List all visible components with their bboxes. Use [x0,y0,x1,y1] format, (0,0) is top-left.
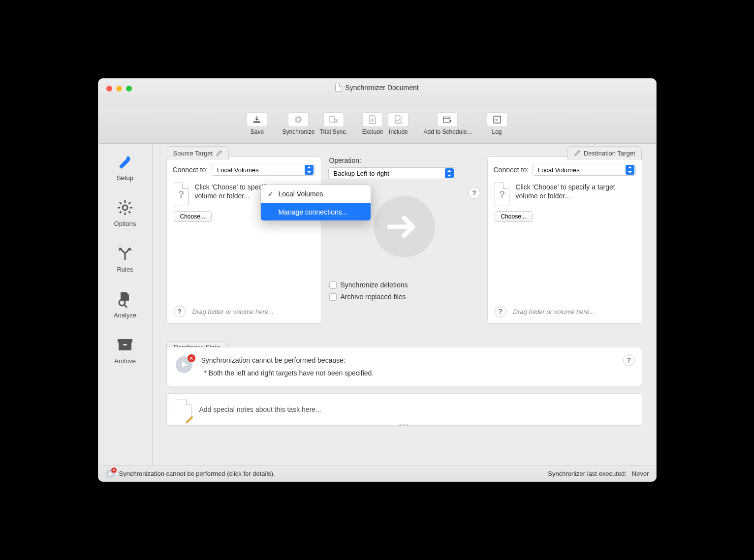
log-button[interactable]: \n Log [487,112,507,135]
svg-rect-3 [443,117,450,123]
destination-choose-button[interactable]: Choose... [495,211,533,222]
exclude-file-icon [368,115,377,124]
destination-desc: Click 'Choose' to specify a target volum… [515,183,634,206]
include-file-icon [394,115,403,124]
svg-rect-10 [123,344,127,345]
svg-rect-8 [118,339,132,342]
sidebar-analyze-label: Analyze [114,311,136,319]
app-window: Synchronizer Document Save Synchronize [98,78,657,482]
svg-rect-9 [119,342,131,350]
log-label: Log [492,128,502,135]
operation-select[interactable]: Backup Left-to-right [328,167,455,179]
status-right-value: Never [632,470,649,477]
chevron-updown-icon [305,165,314,175]
operation-help-button[interactable]: ? [469,187,480,199]
play-icon [294,115,303,124]
status-left[interactable]: ✕ Synchronization cannot be performed (c… [105,469,275,479]
save-button[interactable]: Save [247,112,267,135]
trial-sync-label: Trial Sync. [320,128,347,135]
targets-row: Source Target Connect to: Local Volumes [166,156,642,336]
pencil-icon [216,150,222,157]
checkbox-icon [329,293,337,301]
source-choose-label: Choose... [180,213,205,220]
destination-target-panel: Destination Target Connect to: Local Vol… [487,156,642,324]
resize-grip[interactable] [399,424,409,426]
destination-target-tab-label: Destination Target [584,150,635,157]
source-target-tab[interactable]: Source Target [167,146,229,160]
connect-dropdown-menu: ✓ Local Volumes Manage connections... [260,185,371,221]
operation-label: Operation: [329,156,480,164]
source-help-button[interactable]: ? [174,306,186,317]
include-button[interactable]: Include [388,112,408,135]
main-area: Source Target Connect to: Local Volumes [153,144,656,466]
include-label: Include [389,128,408,135]
pencil-icon [574,150,581,157]
source-drag-hint: Drag folder or volume here... [192,308,274,315]
trial-sync-button[interactable]: Trial Sync. [320,112,347,135]
destination-help-button[interactable]: ? [495,306,506,317]
source-connect-select[interactable]: Local Volumes [212,164,314,176]
save-icon [252,115,261,124]
operation-value: Backup Left-to-right [334,170,389,177]
sidebar-options-label: Options [114,220,136,227]
status-right-label: Synchronizer last executed: [548,470,627,477]
readiness-line1: Synchronization cannot be performed beca… [201,356,374,364]
sidebar-item-setup[interactable]: Setup [116,153,134,182]
status-error-icon: ✕ [105,469,115,479]
check-icon: ✓ [268,190,274,198]
toolbar: Save Synchronize Trial Sync. [98,108,656,144]
destination-choose-label: Choose... [501,213,526,220]
sidebar-item-rules[interactable]: Rules [116,244,134,273]
sidebar-item-options[interactable]: Options [114,198,136,227]
notes-placeholder: Add special notes about this task here..… [199,405,321,413]
sidebar-setup-label: Setup [117,174,133,182]
sidebar-rules-label: Rules [117,266,133,273]
readiness-panel: ✕ Synchronization cannot be performed be… [166,347,642,386]
notes-icon [175,400,191,419]
svg-point-6 [123,205,127,210]
status-bar: ✕ Synchronization cannot be performed (c… [98,466,656,481]
status-left-text: Synchronization cannot be performed (cli… [119,470,275,477]
save-label: Save [251,128,264,135]
analyze-icon [116,290,134,309]
operation-column: Operation: Backup Left-to-right ? Synchr… [328,156,480,301]
destination-connect-value: Local Volumes [538,166,580,174]
destination-drag-hint: Drag folder or volume here... [513,308,595,315]
synchronize-button[interactable]: Synchronize [282,112,314,135]
destination-connect-select[interactable]: Local Volumes [533,164,635,176]
source-target-tab-label: Source Target [173,150,213,157]
sync-blocked-icon: ✕ [176,356,193,374]
schedule-icon [443,115,452,124]
add-to-schedule-button[interactable]: Add to Schedule... [423,112,471,135]
status-right: Synchronizer last executed: Never [548,470,649,477]
notes-panel[interactable]: Add special notes about this task here..… [166,393,642,426]
sidebar: Setup Options Rules Analyze [98,144,153,466]
destination-target-tab[interactable]: Destination Target [567,146,642,160]
readiness-help-button[interactable]: ? [623,354,635,366]
sidebar-item-analyze[interactable]: Analyze [114,290,136,319]
direction-arrow-icon [374,196,435,257]
log-icon: \n [493,115,502,124]
dropdown-option-manage-connections[interactable]: Manage connections... [261,203,371,220]
checkbox-icon [329,281,337,289]
source-choose-button[interactable]: Choose... [174,211,212,222]
readiness-text: Synchronization cannot be performed beca… [201,356,374,377]
sidebar-item-archive[interactable]: Archive [114,336,135,365]
exclude-label: Exclude [362,128,383,135]
svg-rect-1 [330,117,335,123]
wrench-icon [116,153,134,171]
document-icon [335,84,342,92]
source-connect-value: Local Volumes [217,166,259,174]
titlebar: Synchronizer Document [98,79,656,108]
archive-icon [116,336,134,354]
dropdown-option-label: Manage connections... [279,208,348,216]
sidebar-archive-label: Archive [114,357,135,365]
file-placeholder-icon: ? [174,183,189,206]
trial-play-icon [329,115,338,124]
dropdown-option-local-volumes[interactable]: ✓ Local Volumes [261,185,371,203]
svg-text:\n: \n [495,118,498,122]
sync-deletions-checkbox[interactable]: Synchronize deletions [329,281,480,289]
error-badge-icon: ✕ [188,354,195,362]
exclude-button[interactable]: Exclude [362,112,383,135]
archive-replaced-checkbox[interactable]: Archive replaced files [329,293,480,301]
